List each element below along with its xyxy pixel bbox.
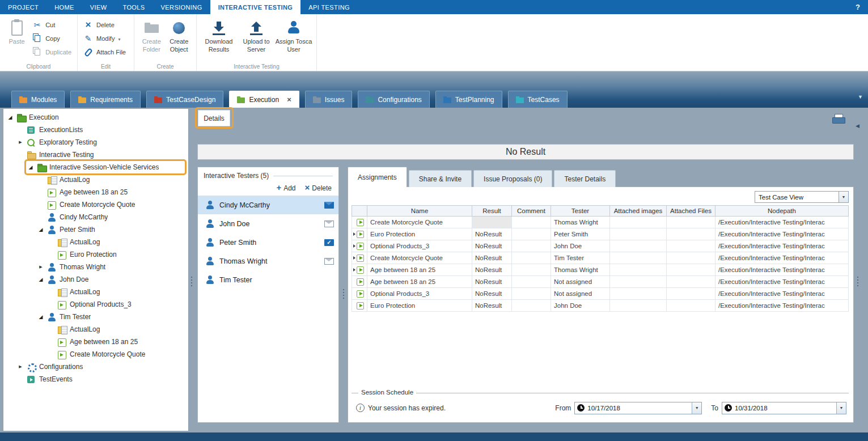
tree-item[interactable]: Optional Products_3 — [3, 298, 188, 311]
tester-row[interactable]: Thomas Wright — [198, 252, 338, 270]
tree-expander-icon[interactable] — [37, 227, 44, 232]
close-tab-icon[interactable]: × — [287, 97, 291, 103]
assignments-tab[interactable]: Assignments — [348, 167, 407, 187]
column-header[interactable]: Comment — [512, 205, 551, 217]
create-object-button[interactable]: Create Object — [166, 15, 193, 62]
tree-item[interactable]: ExecutionLists — [3, 124, 188, 136]
menu-item[interactable]: TOOLS — [115, 0, 153, 14]
tree-item[interactable]: ActualLog — [3, 323, 188, 336]
menu-item[interactable]: PROJECT — [0, 0, 46, 14]
tester-row[interactable]: John Doe — [198, 214, 338, 233]
copy-button[interactable]: Copy — [30, 33, 74, 44]
paste-button[interactable]: Paste — [3, 15, 30, 62]
tree-item[interactable]: Execution — [3, 111, 188, 124]
assignments-tab[interactable]: Share & Invite — [409, 170, 472, 187]
to-date-picker[interactable]: 10/31/2018 — [722, 402, 846, 414]
tree-item[interactable]: ActualLog — [3, 286, 188, 298]
column-header[interactable]: Tester — [551, 205, 610, 217]
row-expander-icon[interactable] — [353, 268, 355, 272]
tree-item[interactable]: Interactive Session-Vehicle Services — [3, 161, 188, 173]
table-row[interactable]: Age between 18 an 25 NoResult Not assign… — [352, 276, 849, 288]
tree-expander-icon[interactable] — [27, 164, 34, 170]
tree-expander-icon[interactable] — [17, 140, 24, 145]
duplicate-button[interactable]: Duplicate — [30, 46, 74, 58]
modify-button[interactable]: Modify — [81, 33, 128, 44]
tree-item[interactable]: Euro Protection — [3, 248, 188, 261]
assignments-tab[interactable]: Issue Proposals (0) — [473, 170, 552, 187]
tree-item[interactable]: Age between 18 an 25 — [3, 186, 188, 198]
tree-item[interactable]: TestEvents — [3, 373, 188, 385]
table-row[interactable]: Create Motorcycle Quote Thomas Wright /E… — [352, 217, 849, 228]
tree-item[interactable]: Tim Tester — [3, 311, 188, 323]
tree-item[interactable]: Thomas Wright — [3, 261, 188, 273]
table-row[interactable]: Euro Protection NoResult Peter Smith /Ex… — [352, 228, 849, 240]
document-tab[interactable]: Requirements × — [70, 91, 141, 108]
assign-tosca-user-button[interactable]: Assign Tosca User — [275, 15, 312, 62]
menu-item[interactable]: VERSIONING — [153, 0, 210, 14]
delete-button[interactable]: Delete — [81, 19, 128, 31]
document-tab[interactable]: Modules × — [11, 91, 65, 108]
tree-item[interactable]: Create Motorcycle Quote — [3, 348, 188, 361]
tree-item[interactable]: John Doe — [3, 273, 188, 286]
tree-item[interactable]: Peter Smith — [3, 223, 188, 236]
print-icon[interactable] — [832, 114, 845, 124]
table-row[interactable]: Euro Protection NoResult John Doe /Execu… — [352, 300, 849, 312]
splitter-handle[interactable] — [189, 271, 193, 291]
help-button[interactable]: ? — [848, 0, 868, 14]
tree-expander-icon[interactable] — [37, 265, 44, 269]
column-header[interactable]: Attached images — [610, 205, 667, 217]
tree-item[interactable]: ActualLog — [3, 236, 188, 248]
tree-expander-icon[interactable] — [7, 115, 14, 120]
tab-overflow-dropdown-icon[interactable] — [858, 91, 863, 101]
download-results-button[interactable]: Download Results — [200, 15, 238, 62]
document-tab[interactable]: TestPlanning × — [435, 91, 502, 108]
tree-expander-icon[interactable] — [37, 314, 44, 320]
document-tab[interactable]: Execution × — [229, 91, 299, 108]
envelope-icon[interactable] — [324, 258, 334, 265]
details-tab[interactable]: Details — [198, 110, 230, 126]
envelope-icon[interactable] — [324, 220, 334, 227]
row-expander-icon[interactable] — [353, 244, 355, 248]
column-header[interactable]: Nodepath — [715, 205, 849, 217]
tree-item[interactable]: Cindy McCarthy — [3, 211, 188, 223]
table-row[interactable]: Create Motorcycle Quote NoResult Tim Tes… — [352, 252, 849, 264]
tester-row[interactable]: Tim Tester — [198, 270, 338, 289]
tree-item[interactable]: Configurations — [3, 361, 188, 373]
tree-item[interactable]: Interactive Testing — [3, 149, 188, 161]
tree-expander-icon[interactable] — [17, 364, 24, 369]
table-row[interactable]: Optional Products_3 NoResult John Doe /E… — [352, 240, 849, 252]
document-tab[interactable]: TestCaseDesign × — [146, 91, 223, 108]
dropdown-arrow-icon[interactable] — [836, 402, 846, 414]
caret-down-icon[interactable] — [118, 35, 120, 42]
row-expander-icon[interactable] — [353, 232, 355, 236]
add-tester-button[interactable]: Add — [276, 184, 295, 192]
tree-item[interactable]: ActualLog — [3, 173, 188, 186]
cut-button[interactable]: Cut — [30, 19, 74, 31]
menu-item[interactable]: INTERACTIVE TESTING — [210, 0, 301, 14]
delete-tester-button[interactable]: Delete — [305, 184, 332, 192]
collapse-panel-icon[interactable] — [856, 120, 859, 130]
tester-row[interactable]: Peter Smith — [198, 233, 338, 252]
assignments-tab[interactable]: Tester Details — [554, 170, 616, 187]
column-header[interactable]: Name — [367, 205, 472, 217]
attach-file-button[interactable]: Attach File — [81, 46, 128, 58]
column-header[interactable]: Attached Files — [667, 205, 715, 217]
dropdown-arrow-icon[interactable] — [692, 402, 701, 414]
menu-item[interactable]: HOME — [46, 0, 82, 14]
tester-row[interactable]: Cindy McCarthy — [198, 196, 338, 214]
create-folder-button[interactable]: Create Folder — [138, 15, 166, 62]
column-header[interactable]: Result — [472, 205, 512, 217]
envelope-icon[interactable] — [324, 202, 334, 209]
splitter-handle[interactable] — [341, 283, 345, 304]
row-expander-icon[interactable] — [353, 256, 355, 260]
menu-item[interactable]: API TESTING — [300, 0, 358, 14]
table-row[interactable]: Optional Products_3 NoResult Not assigne… — [352, 288, 849, 300]
upload-to-server-button[interactable]: Upload to Server — [238, 15, 275, 62]
tree-expander-icon[interactable] — [37, 277, 44, 282]
envelope-icon[interactable] — [324, 239, 334, 246]
tree-item[interactable]: Exploratory Testing — [3, 136, 188, 149]
dropdown-arrow-icon[interactable] — [839, 192, 848, 202]
document-tab[interactable]: Configurations × — [358, 91, 429, 108]
splitter-handle[interactable] — [856, 271, 859, 291]
document-tab[interactable]: Issues × — [305, 91, 353, 108]
